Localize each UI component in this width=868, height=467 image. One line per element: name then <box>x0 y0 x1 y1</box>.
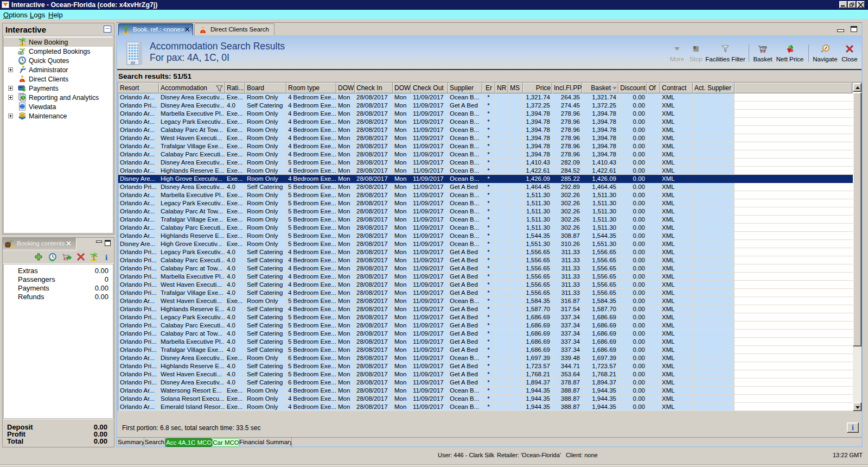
svg-text:i: i <box>105 253 107 261</box>
svg-text:$: $ <box>22 86 25 92</box>
